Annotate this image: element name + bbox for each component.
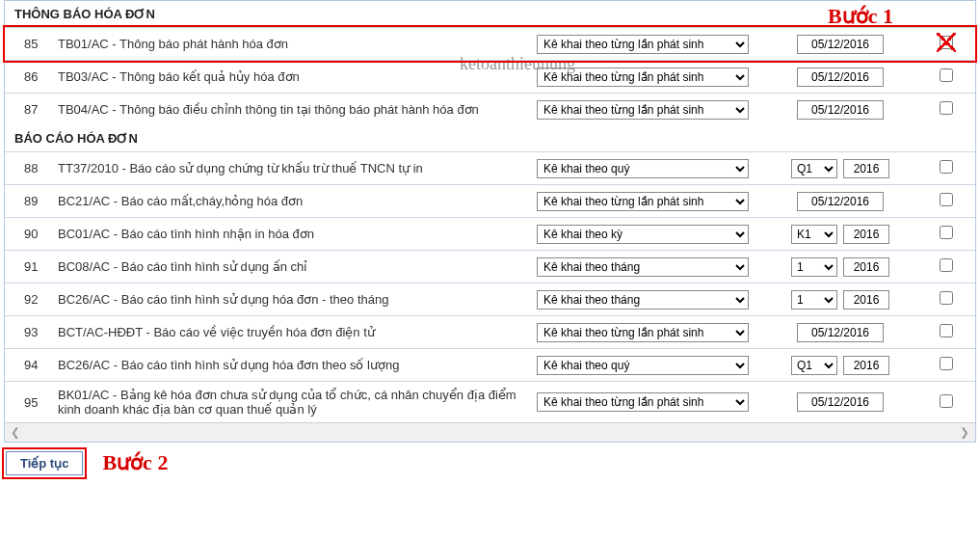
row-checkbox[interactable] [940,258,953,272]
horizontal-scrollbar[interactable]: ❮ ❯ [5,422,975,442]
main-table: THÔNG BÁO HÓA ĐƠN 85 TB01/AC - Thông báo… [4,0,976,443]
period-sub-select[interactable]: Q1 [791,159,837,178]
table-row: 94 BC26/AC - Báo cáo tình hình sử dụng h… [5,348,975,381]
row-checkbox[interactable] [940,193,953,206]
row-description: TB03/AC - Thông báo kết quả hủy hóa đơn [58,69,532,84]
period-select[interactable]: Kê khai theo tháng [537,257,749,277]
row-checkbox[interactable] [940,291,953,305]
row-number: 87 [14,102,58,117]
row-number: 91 [14,259,58,274]
row-number: 86 [14,69,58,84]
row-description: BCT/AC-HĐĐT - Báo cáo về việc truyền hóa… [58,325,532,339]
table-row: 93 BCT/AC-HĐĐT - Báo cáo về việc truyền … [5,315,975,348]
period-sub-select[interactable]: 1 [791,257,837,277]
row-checkbox[interactable] [940,226,953,239]
period-select[interactable]: Kê khai theo quý [537,356,749,375]
row-number: 89 [14,194,58,208]
row-description: BC26/AC - Báo cáo tình hình sử dụng hóa … [58,358,532,372]
date-input[interactable] [797,323,884,342]
row-description: TB01/AC - Thông báo phát hành hóa đơn [58,37,532,51]
row-description: TT37/2010 - Báo cáo sử dụng chứng từ khấ… [58,161,532,175]
period-sub-select[interactable]: 1 [791,290,837,310]
row-checkbox[interactable] [940,394,953,408]
table-row: 86 TB03/AC - Thông báo kết quả hủy hóa đ… [5,60,975,93]
period-select[interactable]: Kê khai theo từng lần phát sinh [537,323,749,342]
table-row: 95 BK01/AC - Bảng kê hóa đơn chưa sử dụn… [5,381,975,422]
date-input[interactable] [797,35,884,54]
table-row: 88 TT37/2010 - Báo cáo sử dụng chứng từ … [5,151,975,184]
row-description: TB04/AC - Thông báo điều chỉnh thông tin… [58,102,532,117]
period-select[interactable]: Kê khai theo tháng [537,290,749,310]
date-input[interactable] [797,100,884,120]
row-description: BC26/AC - Báo cáo tình hình sử dụng hóa … [58,292,532,307]
row-checkbox[interactable] [940,160,953,174]
table-row: 91 BC08/AC - Báo cáo tình hình sử dụng ấ… [5,250,975,283]
row-description: BC01/AC - Báo cáo tình hình nhận in hóa … [58,227,532,241]
period-select[interactable]: Kê khai theo từng lần phát sinh [537,35,749,54]
table-row: 85 TB01/AC - Thông báo phát hành hóa đơn… [5,27,975,60]
table-row: 92 BC26/AC - Báo cáo tình hình sử dụng h… [5,283,975,315]
row-description: BC08/AC - Báo cáo tình hình sử dụng ấn c… [58,259,532,274]
period-select[interactable]: Kê khai theo kỳ [537,225,749,244]
section-header: BÁO CÁO HÓA ĐƠN [5,125,975,151]
step1-annotation: Bước 1 [828,4,893,29]
row-checkbox[interactable] [940,357,953,370]
row-number: 94 [14,358,58,372]
checkbox-crossed[interactable] [940,36,953,49]
period-sub-select[interactable]: Q1 [791,356,837,375]
row-checkbox[interactable] [940,68,953,82]
table-row: 89 BC21/AC - Báo cáo mất,cháy,hỏng hóa đ… [5,184,975,217]
row-number: 88 [14,161,58,175]
table-row: 90 BC01/AC - Báo cáo tình hình nhận in h… [5,217,975,250]
continue-button[interactable]: Tiếp tục [6,451,83,475]
row-number: 90 [14,227,58,241]
period-select[interactable]: Kê khai theo từng lần phát sinh [537,392,749,412]
row-number: 93 [14,325,58,339]
step2-annotation: Bước 2 [102,450,168,475]
row-checkbox[interactable] [940,101,953,115]
date-input[interactable] [797,392,884,412]
date-input[interactable] [797,67,884,87]
period-sub-select[interactable]: K1 [791,225,837,244]
row-number: 85 [14,37,58,51]
period-select[interactable]: Kê khai theo từng lần phát sinh [537,100,749,120]
period-select[interactable]: Kê khai theo từng lần phát sinh [537,192,749,211]
year-input[interactable] [843,257,889,277]
year-input[interactable] [843,356,889,375]
scroll-left-icon[interactable]: ❮ [11,423,20,442]
row-number: 95 [14,395,58,410]
year-input[interactable] [843,225,889,244]
date-input[interactable] [797,192,884,211]
row-description: BK01/AC - Bảng kê hóa đơn chưa sử dụng c… [58,388,532,417]
period-select[interactable]: Kê khai theo quý [537,159,749,178]
row-checkbox[interactable] [940,324,953,337]
year-input[interactable] [843,290,889,310]
row-description: BC21/AC - Báo cáo mất,cháy,hỏng hóa đơn [58,194,532,208]
period-select[interactable]: Kê khai theo từng lần phát sinh [537,67,749,87]
year-input[interactable] [843,159,889,178]
scroll-right-icon[interactable]: ❯ [960,423,969,442]
table-row: 87 TB04/AC - Thông báo điều chỉnh thông … [5,93,975,125]
row-number: 92 [14,292,58,307]
